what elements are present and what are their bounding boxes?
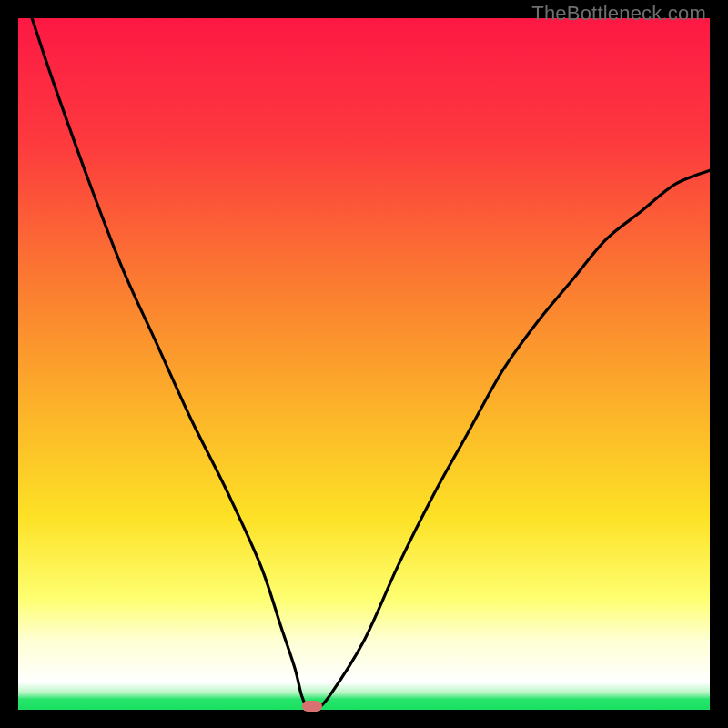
watermark-text: TheBottleneck.com (531, 2, 706, 25)
minimum-marker (302, 701, 322, 712)
chart-frame (18, 18, 710, 710)
bottleneck-plot (18, 18, 710, 710)
gradient-background (18, 18, 710, 710)
